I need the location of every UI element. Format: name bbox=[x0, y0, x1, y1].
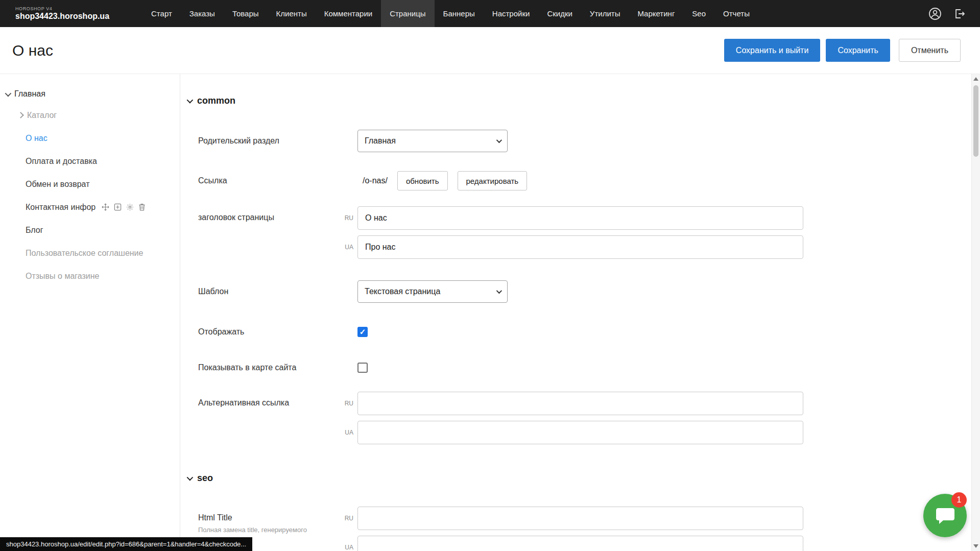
status-url: shop34423.horoshop.ua/edit/edit.php?id=6… bbox=[6, 540, 246, 548]
topbar-right bbox=[928, 0, 967, 27]
page-title-ua-input[interactable] bbox=[357, 235, 803, 259]
sitemap-checkbox[interactable] bbox=[357, 363, 368, 373]
alt-link-label: Альтернативная ссылка bbox=[198, 392, 357, 408]
chevron-right-icon[interactable] bbox=[17, 112, 24, 118]
section-common-title: common bbox=[197, 95, 235, 106]
html-title-ua-input[interactable] bbox=[357, 536, 803, 551]
link-refresh-button[interactable]: обновить bbox=[397, 171, 448, 190]
html-title-row: Html Title Полная замена title, генериру… bbox=[180, 507, 980, 551]
settings-gear-icon[interactable] bbox=[126, 203, 134, 211]
sidebar-item-otzyvy-o-magazine[interactable]: Отзывы о магазине bbox=[0, 265, 180, 288]
nav-item-utilities[interactable]: Утилиты bbox=[581, 0, 629, 27]
pages-tree-sidebar: Главная Каталог О нас Оплата и доставка … bbox=[0, 74, 180, 551]
sidebar-item-obmen-i-vozvrat[interactable]: Обмен и возврат bbox=[0, 173, 180, 196]
sidebar-item-label: Блог bbox=[26, 226, 43, 235]
page-header: О нас Сохранить и выйти Сохранить Отмени… bbox=[0, 27, 980, 74]
display-label: Отображать bbox=[198, 327, 357, 337]
lang-ru-badge: RU bbox=[339, 515, 353, 522]
nav-item-marketing[interactable]: Маркетинг bbox=[629, 0, 683, 27]
nav-item-seo[interactable]: Seo bbox=[683, 0, 714, 27]
nav-item-products[interactable]: Товары bbox=[224, 0, 268, 27]
lang-ua-badge: UA bbox=[339, 429, 353, 436]
template-select[interactable]: Текстовая страница bbox=[357, 280, 508, 303]
lang-ru-badge: RU bbox=[339, 214, 353, 222]
main-nav: Старт Заказы Товары Клиенты Комментарии … bbox=[142, 0, 758, 27]
nav-item-clients[interactable]: Клиенты bbox=[268, 0, 316, 27]
page-edit-form: common Родительский раздел Главная Ссылк… bbox=[180, 74, 980, 551]
sidebar-item-label: О нас bbox=[26, 134, 47, 143]
alt-link-ua-input[interactable] bbox=[357, 421, 803, 444]
page-title-row: заголовок страницы RU UA bbox=[180, 206, 980, 259]
html-title-label: Html Title Полная замена title, генериру… bbox=[198, 507, 357, 534]
link-label: Ссылка bbox=[198, 176, 357, 185]
chevron-down-icon bbox=[187, 97, 194, 104]
parent-section-select[interactable]: Главная bbox=[357, 130, 508, 152]
scroll-up-arrow[interactable] bbox=[973, 77, 978, 81]
html-title-label-text: Html Title bbox=[198, 513, 232, 522]
link-status-tooltip: shop34423.horoshop.ua/edit/edit.php?id=6… bbox=[0, 537, 252, 551]
section-common-header[interactable]: common bbox=[180, 95, 980, 106]
link-path-value: /o-nas/ bbox=[363, 176, 388, 185]
lang-ua-badge: UA bbox=[339, 544, 353, 551]
lang-ru-badge: RU bbox=[339, 400, 353, 407]
sidebar-item-blog[interactable]: Блог bbox=[0, 219, 180, 242]
nav-item-reports[interactable]: Отчеты bbox=[714, 0, 758, 27]
nav-item-pages[interactable]: Страницы bbox=[381, 0, 434, 27]
sidebar-item-label: Пользовательское соглашение bbox=[26, 249, 143, 258]
nav-item-start[interactable]: Старт bbox=[142, 0, 181, 27]
page-title-ru-input[interactable] bbox=[357, 206, 803, 230]
sidebar-item-label: Обмен и возврат bbox=[26, 180, 89, 189]
alt-link-ru-input[interactable] bbox=[357, 392, 803, 415]
sidebar-item-oplata-i-dostavka[interactable]: Оплата и доставка bbox=[0, 150, 180, 173]
topbar: HOROSHOP V4 shop34423.horoshop.ua Старт … bbox=[0, 0, 980, 27]
alt-link-row: Альтернативная ссылка RU UA bbox=[180, 392, 980, 444]
chat-widget-button[interactable]: 1 bbox=[923, 494, 967, 537]
nav-item-comments[interactable]: Комментарии bbox=[316, 0, 381, 27]
display-row: Отображать ✓ bbox=[180, 326, 980, 338]
page-title: О нас bbox=[12, 42, 53, 59]
nav-item-discounts[interactable]: Скидки bbox=[538, 0, 581, 27]
sidebar-item-glavnaya[interactable]: Главная bbox=[0, 84, 180, 104]
html-title-ru-input[interactable] bbox=[357, 507, 803, 530]
sidebar-item-katalog[interactable]: Каталог bbox=[0, 104, 180, 127]
nav-item-settings[interactable]: Настройки bbox=[484, 0, 539, 27]
section-seo-header[interactable]: seo bbox=[180, 473, 980, 484]
template-value: Текстовая страница bbox=[365, 287, 440, 296]
tree-item-actions bbox=[102, 203, 146, 211]
brand-domain-label: shop34423.horoshop.ua bbox=[15, 12, 125, 21]
nav-item-orders[interactable]: Заказы bbox=[181, 0, 224, 27]
cancel-button[interactable]: Отменить bbox=[899, 39, 961, 62]
display-checkbox[interactable]: ✓ bbox=[357, 327, 368, 337]
sidebar-item-polzovatelskoe-soglashenie[interactable]: Пользовательское соглашение bbox=[0, 242, 180, 265]
scrollbar-thumb[interactable] bbox=[973, 85, 978, 157]
chevron-down-icon bbox=[496, 288, 502, 294]
chat-unread-badge: 1 bbox=[951, 492, 967, 508]
delete-trash-icon[interactable] bbox=[138, 203, 146, 211]
vertical-scrollbar[interactable] bbox=[971, 74, 980, 551]
chevron-down-icon bbox=[187, 474, 194, 481]
sidebar-item-label: Оплата и доставка bbox=[26, 157, 97, 166]
save-and-exit-button[interactable]: Сохранить и выйти bbox=[724, 39, 821, 62]
chevron-down-icon[interactable] bbox=[5, 90, 12, 97]
parent-section-row: Родительский раздел Главная bbox=[180, 130, 980, 152]
brand-logo[interactable]: HOROSHOP V4 shop34423.horoshop.ua bbox=[15, 0, 125, 27]
parent-section-value: Главная bbox=[365, 136, 396, 146]
sidebar-item-kontaktnaya-informatsiya[interactable]: Контактная инфор bbox=[0, 196, 180, 219]
scroll-down-arrow[interactable] bbox=[973, 544, 978, 548]
sidebar-item-label: Контактная инфор bbox=[26, 203, 95, 212]
link-edit-button[interactable]: редактировать bbox=[458, 171, 528, 190]
lang-ua-badge: UA bbox=[339, 244, 353, 251]
logout-icon[interactable] bbox=[952, 7, 967, 21]
sidebar-item-o-nas[interactable]: О нас bbox=[0, 127, 180, 150]
content-layout: Главная Каталог О нас Оплата и доставка … bbox=[0, 74, 980, 551]
chat-bubble-icon bbox=[935, 506, 955, 525]
add-page-icon[interactable] bbox=[114, 203, 122, 211]
drag-move-icon[interactable] bbox=[102, 203, 109, 211]
template-label: Шаблон bbox=[198, 287, 357, 296]
save-button[interactable]: Сохранить bbox=[826, 39, 890, 62]
sidebar-root-label: Главная bbox=[14, 89, 45, 99]
user-account-icon[interactable] bbox=[928, 7, 942, 21]
nav-item-banners[interactable]: Баннеры bbox=[435, 0, 484, 27]
sidebar-item-label: Отзывы о магазине bbox=[26, 272, 100, 281]
sitemap-row: Показывать в карте сайта bbox=[180, 362, 980, 373]
